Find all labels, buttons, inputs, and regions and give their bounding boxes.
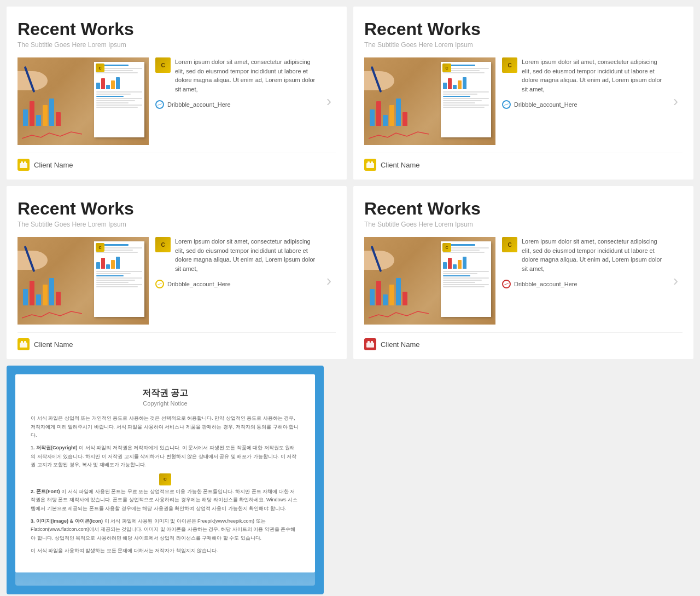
- copyright-logo-area: C: [31, 473, 300, 485]
- card-4-dribbble-label: Dribbble_account_Here: [514, 281, 578, 287]
- svg-rect-1: [21, 161, 23, 164]
- card-3-logo-box: C Lorem ipsum dolor sit amet, consectetu…: [155, 237, 316, 273]
- card-4-footer: Client Name: [364, 332, 682, 350]
- card-2-image: C: [364, 57, 495, 145]
- card-3-image: C: [18, 237, 149, 325]
- card-3-title: Recent Works: [18, 199, 336, 218]
- svg-rect-5: [371, 161, 373, 164]
- card-1-dribbble-row: Dribbble_account_Here: [155, 100, 316, 109]
- card-1-dribbble-label: Dribbble_account_Here: [167, 101, 231, 108]
- card-1-subtitle: The Subtitle Goes Here Lorem Ipsum: [18, 41, 336, 49]
- card-1-logo-box: C Lorem ipsum dolor sit amet, consectetu…: [155, 57, 316, 94]
- svg-rect-0: [20, 163, 27, 168]
- empty-right-panel: [353, 366, 693, 594]
- main-grid: Recent Works The Subtitle Goes Here Lore…: [0, 0, 700, 366]
- dribbble-icon-2: [502, 100, 511, 109]
- svg-rect-4: [368, 161, 370, 164]
- svg-rect-2: [24, 161, 26, 164]
- copyright-intro: 이 서식 파일은 상업적 또는 개인적인 용도로 사용하는 것은 선택적으로 허…: [31, 414, 300, 439]
- card-3-arrow[interactable]: ›: [322, 272, 336, 290]
- card-2-client-icon: [364, 159, 376, 171]
- card-4-image: C: [364, 237, 495, 325]
- svg-rect-6: [20, 343, 27, 348]
- card-2: Recent Works The Subtitle Goes Here Lore…: [353, 7, 693, 180]
- card-1-client-name: Client Name: [34, 161, 73, 169]
- copyright-title-english: Copyright Notice: [31, 400, 300, 407]
- card-1-title: Recent Works: [18, 20, 336, 39]
- card-3-logo-icon: C: [155, 237, 171, 252]
- card-4-title: Recent Works: [364, 199, 682, 218]
- card-1-content: C C Lorem ipsum dolor sit amet, consecte…: [18, 57, 336, 145]
- card-3: Recent Works The Subtitle Goes Here Lore…: [7, 186, 347, 359]
- copyright-section2: 2. 폰트(Font) 이 서식 파일에 사용된 폰트는 무료 또는 상업적으로…: [31, 488, 300, 513]
- card-1: Recent Works The Subtitle Goes Here Lore…: [7, 7, 347, 180]
- card-4-description: Lorem ipsum dolor sit amet, consectetur …: [522, 237, 662, 273]
- card-2-text-area: C Lorem ipsum dolor sit amet, consectetu…: [502, 57, 662, 109]
- copyright-body: 이 서식 파일은 상업적 또는 개인적인 용도로 사용하는 것은 선택적으로 허…: [31, 414, 300, 555]
- card-2-description: Lorem ipsum dolor sit amet, consectetur …: [522, 57, 662, 94]
- copyright-footer: 이 서식 파일을 사용하여 발생하는 모든 문제에 대해서는 저작자가 책임지지…: [31, 547, 300, 555]
- svg-rect-8: [24, 341, 26, 343]
- dribbble-icon-3: [155, 280, 164, 288]
- card-2-arrow[interactable]: ›: [669, 92, 682, 110]
- card-2-content: C C Lorem ipsum dolor sit amet, consecte…: [364, 57, 682, 145]
- card-1-text-area: C Lorem ipsum dolor sit amet, consectetu…: [155, 57, 316, 109]
- card-1-client-icon: [18, 159, 30, 171]
- card-3-dribbble-label: Dribbble_account_Here: [167, 281, 231, 287]
- card-4-text-area: C Lorem ipsum dolor sit amet, consectetu…: [502, 237, 662, 288]
- svg-rect-9: [366, 343, 374, 348]
- card-3-content: C C Lorem ipsum dolor sit amet, consecte…: [18, 237, 336, 325]
- svg-rect-7: [21, 341, 23, 343]
- card-3-dribbble-row: Dribbble_account_Here: [155, 280, 316, 288]
- copyright-section: 저작권 공고 Copyright Notice 이 서식 파일은 상업적 또는 …: [7, 366, 324, 594]
- card-4-logo-icon: C: [502, 237, 517, 252]
- card-4-subtitle: The Subtitle Goes Here Lorem Ipsum: [364, 221, 682, 228]
- copyright-section1: 1. 저작권(Copyright) 이 서식 파일의 저작권은 저작자에게 있습…: [31, 444, 300, 469]
- card-4-logo-box: C Lorem ipsum dolor sit amet, consectetu…: [502, 237, 662, 273]
- svg-rect-11: [371, 341, 373, 343]
- card-1-description: Lorem ipsum dolor sit amet, consectetur …: [175, 57, 316, 94]
- card-1-arrow[interactable]: ›: [322, 92, 336, 110]
- card-1-image: C: [18, 57, 149, 145]
- card-3-description: Lorem ipsum dolor sit amet, consectetur …: [175, 237, 316, 273]
- card-3-client-icon: [18, 338, 30, 350]
- card-4: Recent Works The Subtitle Goes Here Lore…: [353, 186, 693, 359]
- card-3-footer: Client Name: [18, 332, 336, 350]
- card-4-content: C C Lorem ipsum dolor sit amet, consecte…: [364, 237, 682, 325]
- card-3-client-name: Client Name: [34, 340, 73, 349]
- copyright-logo: C: [159, 473, 171, 485]
- card-2-subtitle: The Subtitle Goes Here Lorem Ipsum: [364, 41, 682, 49]
- card-4-dribbble-row: Dribbble_account_Here: [502, 280, 662, 288]
- bottom-section: 저작권 공고 Copyright Notice 이 서식 파일은 상업적 또는 …: [0, 366, 700, 596]
- dribbble-icon-1: [155, 100, 164, 109]
- card-4-arrow[interactable]: ›: [669, 272, 682, 290]
- copyright-inner: 저작권 공고 Copyright Notice 이 서식 파일은 상업적 또는 …: [15, 374, 315, 572]
- card-3-subtitle: The Subtitle Goes Here Lorem Ipsum: [18, 221, 336, 228]
- card-1-footer: Client Name: [18, 153, 336, 171]
- copyright-title-korean: 저작권 공고: [31, 387, 300, 399]
- card-2-logo-box: C Lorem ipsum dolor sit amet, consectetu…: [502, 57, 662, 94]
- card-1-logo-icon: C: [155, 57, 171, 73]
- card-2-logo-icon: C: [502, 57, 517, 73]
- card-2-dribbble-row: Dribbble_account_Here: [502, 100, 662, 109]
- copyright-fade: [15, 572, 315, 586]
- card-2-footer: Client Name: [364, 153, 682, 171]
- card-2-client-name: Client Name: [381, 161, 420, 169]
- card-2-dribbble-label: Dribbble_account_Here: [514, 101, 578, 108]
- card-3-text-area: C Lorem ipsum dolor sit amet, consectetu…: [155, 237, 316, 288]
- card-2-title: Recent Works: [364, 20, 682, 39]
- copyright-section3: 3. 이미지(Image) & 아이콘(Icon) 이 서식 파일에 사용된 이…: [31, 517, 300, 542]
- svg-rect-10: [368, 341, 370, 343]
- card-4-client-name: Client Name: [381, 340, 420, 349]
- svg-rect-3: [366, 163, 374, 168]
- dribbble-icon-4: [502, 280, 511, 288]
- card-4-client-icon: [364, 338, 376, 350]
